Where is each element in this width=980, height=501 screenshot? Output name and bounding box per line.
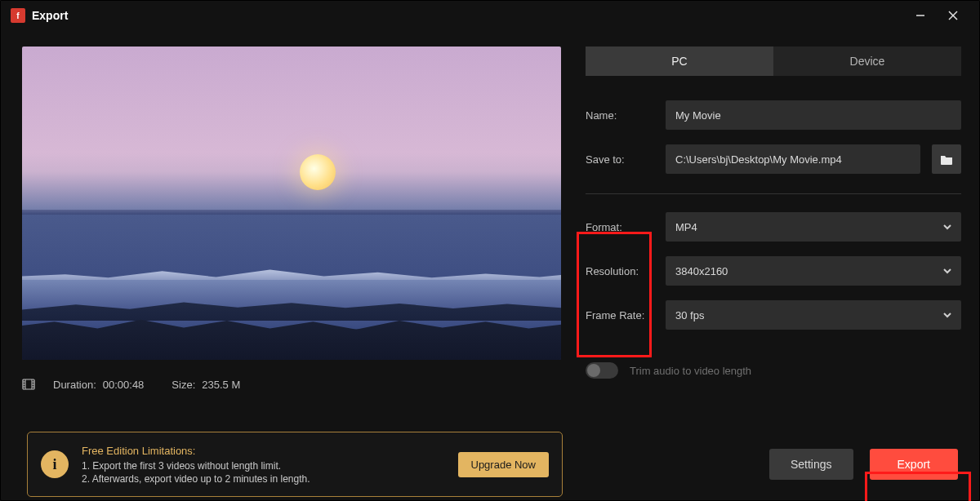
- export-window: f Export: [0, 0, 980, 501]
- folder-icon: [940, 153, 953, 165]
- chevron-down-icon: [942, 265, 953, 277]
- browse-button[interactable]: [932, 144, 961, 174]
- target-tabs: PC Device: [586, 47, 961, 76]
- titlebar: f Export: [1, 1, 979, 30]
- name-input[interactable]: My Movie: [666, 100, 961, 130]
- size-label: Size:: [172, 379, 195, 391]
- window-title: Export: [32, 9, 68, 22]
- separator: [586, 193, 961, 194]
- close-button[interactable]: [937, 1, 969, 30]
- limitations-line-2: 2. Afterwards, export video up to 2 minu…: [82, 473, 310, 485]
- chevron-down-icon: [942, 221, 953, 233]
- frame-rate-value: 30 fps: [675, 309, 704, 321]
- settings-button[interactable]: Settings: [769, 449, 853, 480]
- film-icon: [22, 378, 35, 391]
- minimize-button[interactable]: [904, 1, 937, 30]
- upgrade-button[interactable]: Upgrade Now: [458, 452, 550, 477]
- minimize-icon: [915, 10, 926, 21]
- trim-audio-toggle[interactable]: [586, 362, 618, 379]
- close-icon: [947, 10, 959, 21]
- limitations-title: Free Edition Limitations:: [82, 445, 310, 457]
- video-meta: Duration: 00:00:48 Size: 235.5 M: [22, 378, 561, 391]
- trim-audio-label: Trim audio to video length: [630, 365, 751, 377]
- duration-label: Duration:: [53, 379, 96, 391]
- duration-value: 00:00:48: [103, 379, 145, 391]
- name-label: Name:: [586, 109, 654, 122]
- tab-pc[interactable]: PC: [586, 47, 773, 76]
- limitations-line-1: 1. Export the first 3 videos without len…: [82, 460, 310, 472]
- resolution-label: Resolution:: [586, 265, 654, 277]
- resolution-value: 3840x2160: [675, 265, 728, 277]
- app-icon: f: [11, 8, 25, 23]
- toggle-knob: [587, 364, 600, 377]
- frame-rate-label: Frame Rate:: [586, 309, 654, 321]
- tab-device[interactable]: Device: [773, 47, 961, 76]
- info-icon: i: [41, 450, 69, 478]
- save-to-label: Save to:: [586, 153, 654, 166]
- size-value: 235.5 M: [202, 379, 240, 391]
- save-to-input[interactable]: C:\Users\bj\Desktop\My Movie.mp4: [666, 144, 920, 174]
- resolution-select[interactable]: 3840x2160: [666, 256, 961, 286]
- chevron-down-icon: [942, 309, 953, 321]
- format-value: MP4: [675, 221, 697, 233]
- export-button[interactable]: Export: [870, 449, 958, 480]
- format-select[interactable]: MP4: [666, 212, 961, 242]
- preview-sun: [300, 154, 336, 190]
- video-preview: [22, 47, 561, 360]
- frame-rate-select[interactable]: 30 fps: [666, 300, 961, 330]
- format-label: Format:: [586, 221, 654, 233]
- free-edition-banner: i Free Edition Limitations: 1. Export th…: [27, 432, 563, 497]
